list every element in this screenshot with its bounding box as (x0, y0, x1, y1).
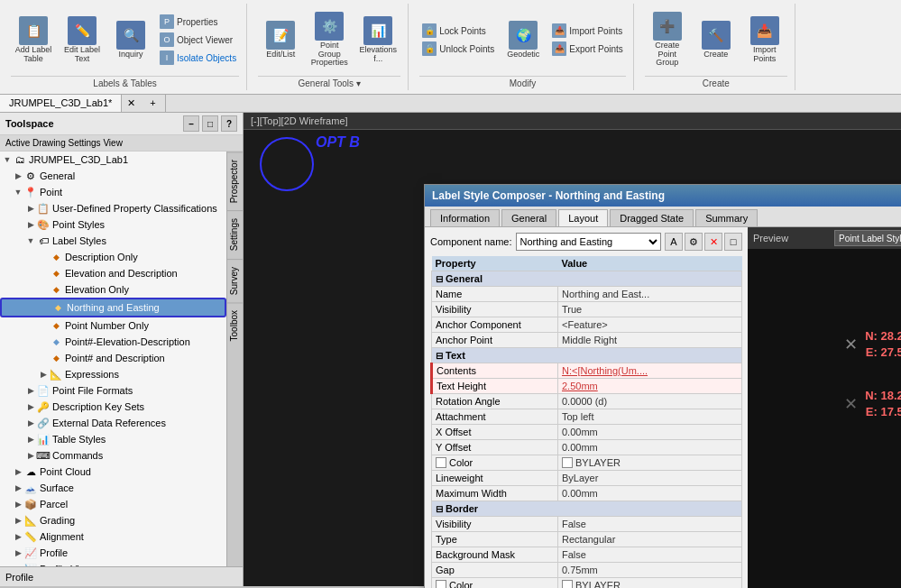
tree-item-elev-desc[interactable]: ◆ Elevation and Description (0, 265, 226, 281)
prop-value-attachment[interactable]: Top left (558, 409, 742, 425)
color-text-value-checkbox[interactable] (562, 457, 573, 468)
tree-item-label-styles[interactable]: ▼ 🏷 Label Styles (0, 233, 226, 249)
dialog-tab-dragged-state[interactable]: Dragged State (610, 209, 694, 226)
prop-value-border-visibility[interactable]: False (558, 517, 742, 532)
side-tab-settings[interactable]: Settings (227, 210, 243, 258)
edit-label-text-button[interactable]: ✏️ Edit Label Text (60, 14, 105, 66)
toolspace-btn-3[interactable]: ? (221, 115, 237, 132)
point-group-props-button[interactable]: ⚙️ Point Group Properties (307, 10, 352, 70)
tree-item-elev-only[interactable]: ◆ Elevation Only (0, 281, 226, 298)
isolate-objects-label: Isolate Objects (177, 53, 236, 63)
properties-button[interactable]: P Properties (157, 14, 239, 30)
unlock-points-button[interactable]: 🔓 Unlock Points (419, 41, 497, 57)
tab-new[interactable]: + (141, 95, 165, 112)
prop-value-bg-mask[interactable]: False (558, 547, 742, 563)
object-viewer-button[interactable]: O Object Viewer (157, 32, 239, 48)
export-points-button[interactable]: 📤 Export Points (549, 41, 625, 57)
color-border-value-checkbox[interactable] (562, 580, 573, 588)
edit-label-text-label: Edit Label Text (63, 46, 101, 64)
tree-item-ext-data-refs[interactable]: ▶ 🔗 External Data References (0, 415, 226, 431)
prop-value-name[interactable]: Northing and East... (558, 287, 742, 302)
tree-item-parcel[interactable]: ▶ 📦 Parcel (0, 496, 226, 512)
inquiry-button[interactable]: 🔍 Inquiry (108, 19, 153, 61)
tree-label-table-styles: Table Styles (52, 434, 106, 445)
elevations-button[interactable]: 📊 Elevations f... (355, 14, 400, 66)
side-tab-toolbox[interactable]: Toolbox (227, 302, 243, 348)
prop-value-y-offset[interactable]: 0.00mm (558, 440, 742, 455)
tree-icon-point-cloud: ☁ (23, 464, 38, 479)
tree-item-grading[interactable]: ▶ 📐 Grading (0, 512, 226, 528)
prop-value-contents[interactable]: N:<[Northing(Um.... (558, 363, 742, 379)
dialog-tab-summary[interactable]: Summary (695, 209, 758, 226)
tree-item-table-styles[interactable]: ▶ 📊 Table Styles (0, 431, 226, 447)
preview-x-icon-2: ✕ (844, 394, 858, 414)
create-button[interactable]: 🔨 Create (694, 19, 739, 61)
import-points2-button[interactable]: 📥 Import Points (742, 14, 787, 66)
isolate-objects-button[interactable]: I Isolate Objects (157, 50, 239, 66)
prop-value-rotation-angle[interactable]: 0.0000 (d) (558, 394, 742, 409)
component-icon-btn-2[interactable]: ⚙ (685, 233, 703, 251)
tab-close-btn[interactable]: ✕ (122, 95, 141, 112)
component-name-select[interactable]: Northing and Easting (516, 233, 662, 251)
dialog-titlebar[interactable]: Label Style Composer - Northing and East… (425, 185, 901, 207)
tree-item-desc-only[interactable]: ◆ Description Only (0, 249, 226, 265)
geodetic-button[interactable]: 🌍 Geodetic (501, 19, 546, 61)
side-tab-prospector[interactable]: Prospector (227, 152, 243, 210)
tree-item-surface[interactable]: ▶ 🗻 Surface (0, 480, 226, 496)
tree-arrow-profile: ▶ (13, 548, 23, 557)
tree-item-desc-key-sets[interactable]: ▶ 🔑 Description Key Sets (0, 399, 226, 415)
prop-value-color-text[interactable]: BYLAYER (558, 455, 742, 471)
tree-item-expressions[interactable]: ▶ 📐 Expressions (0, 366, 226, 382)
component-icon-btn-4[interactable]: □ (724, 233, 742, 251)
dialog-tab-information[interactable]: Information (430, 209, 500, 226)
tree-arrow-commands: ▶ (25, 451, 36, 460)
component-icon-btn-3[interactable]: ✕ (704, 233, 722, 251)
preview-text-2: N: 18.20E: 17.57 (865, 388, 901, 420)
tree-item-northing-easting[interactable]: ◆ Northing and Easting (0, 298, 226, 317)
create-point-group-icon: ➕ (653, 12, 682, 41)
tree-item-commands[interactable]: ▶ ⌨ Commands (0, 447, 226, 464)
tree-item-point-elev-desc[interactable]: ◆ Point#-Elevation-Description (0, 334, 226, 350)
tree-item-alignment[interactable]: ▶ 📏 Alignment (0, 528, 226, 545)
tree-item-point-styles[interactable]: ▶ 🎨 Point Styles (0, 216, 226, 233)
tree-item-root[interactable]: ▼ 🗂 JRUMPEL_C3D_Lab1 (0, 152, 226, 168)
prop-row-visibility: Visibility True (432, 302, 742, 317)
import-points-button[interactable]: 📥 Import Points (549, 23, 625, 39)
add-label-table-button[interactable]: 📋 Add Label Table (11, 14, 56, 66)
dialog-tab-layout[interactable]: Layout (558, 209, 608, 226)
tree-item-point-num-desc[interactable]: ◆ Point# and Description (0, 350, 226, 366)
prop-value-gap[interactable]: 0.75mm (558, 563, 742, 578)
prop-value-lineweight-text[interactable]: ByLayer (558, 471, 742, 486)
dialog-tab-general[interactable]: General (501, 209, 556, 226)
prop-value-text-height[interactable]: 2.50mm (558, 379, 742, 394)
modify-small-group-2: 📥 Import Points 📤 Export Points (549, 23, 625, 57)
prop-value-border-type[interactable]: Rectangular (558, 532, 742, 547)
prop-value-color-border[interactable]: BYLAYER (558, 578, 742, 589)
tree-item-profile[interactable]: ▶ 📈 Profile (0, 545, 226, 561)
tree-item-point-num-only[interactable]: ◆ Point Number Only (0, 317, 226, 334)
prop-value-anchor-point[interactable]: Middle Right (558, 333, 742, 348)
component-icon-btn-1[interactable]: A (665, 233, 683, 251)
create-point-group-button[interactable]: ➕ Create Point Group (645, 10, 690, 70)
preview-type-select[interactable]: Point Label Style (834, 230, 901, 246)
tree-item-point-file-formats[interactable]: ▶ 📄 Point File Formats (0, 382, 226, 399)
tree-item-point[interactable]: ▼ 📍 Point (0, 184, 226, 200)
tree-arrow-expressions: ▶ (38, 370, 49, 379)
tree-item-point-cloud[interactable]: ▶ ☁ Point Cloud (0, 464, 226, 480)
tree-arrow-point-file-formats: ▶ (25, 386, 36, 395)
prop-value-max-width[interactable]: 0.00mm (558, 486, 742, 501)
color-text-checkbox[interactable] (436, 457, 446, 468)
edit-list-button[interactable]: 📝 Edit/List (258, 19, 303, 61)
prop-value-visibility[interactable]: True (558, 302, 742, 317)
modify-group-label: Modify (419, 76, 626, 88)
tree-item-user-defined[interactable]: ▶ 📋 User-Defined Property Classification… (0, 200, 226, 216)
tree-item-general[interactable]: ▶ ⚙ General (0, 168, 226, 184)
prop-value-x-offset[interactable]: 0.00mm (558, 425, 742, 440)
toolspace-btn-1[interactable]: – (183, 115, 199, 132)
color-border-checkbox[interactable] (436, 580, 446, 588)
side-tab-survey[interactable]: Survey (227, 259, 243, 302)
prop-value-anchor-component[interactable]: <Feature> (558, 317, 742, 333)
tab-jrumpel[interactable]: JRUMPEL_C3D_Lab1* (0, 95, 122, 112)
lock-points-button[interactable]: 🔒 Lock Points (419, 23, 497, 39)
toolspace-btn-2[interactable]: □ (202, 115, 218, 132)
